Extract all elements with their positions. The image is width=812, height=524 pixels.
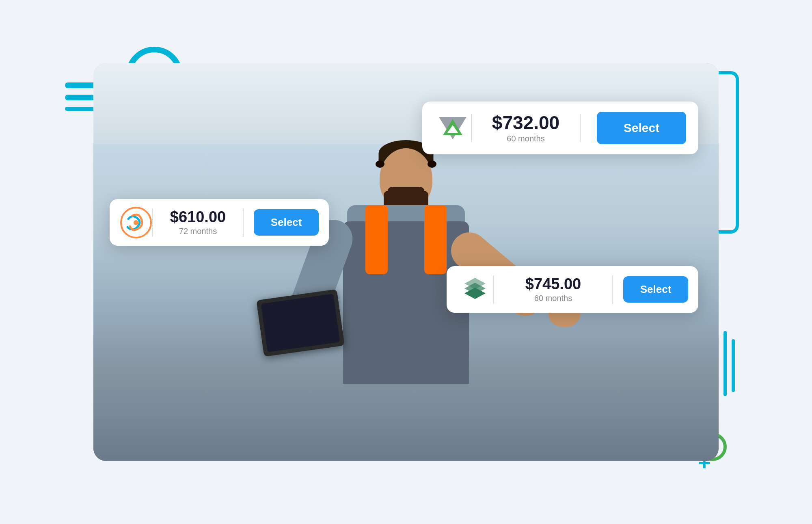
stack-logo-icon: [459, 274, 491, 305]
card-1-select-button[interactable]: Select: [597, 112, 686, 144]
pricing-card-3: $745.00 60 months Select: [447, 266, 698, 313]
pricing-card-2: $610.00 72 months Select: [110, 199, 329, 246]
card-2-price-section: $610.00 72 months: [153, 209, 243, 236]
card-2-term: 72 months: [161, 227, 235, 236]
deco-line-v2-icon: [732, 339, 735, 392]
pricing-card-1: $732.00 60 months Select: [422, 102, 698, 154]
stack-logo-container: [457, 271, 493, 308]
svg-point-4: [134, 220, 138, 225]
card-3-price: $745.00: [502, 276, 604, 293]
main-scene: +: [61, 39, 751, 485]
card-1-term: 60 months: [480, 134, 572, 143]
card-1-price: $732.00: [480, 113, 572, 133]
v-logo-container: [434, 110, 471, 146]
swirl-logo-container: [120, 206, 152, 239]
divider-2b: [243, 208, 244, 237]
v-logo-icon: [436, 111, 470, 145]
card-2-price: $610.00: [161, 209, 235, 226]
deco-line-v1-icon: [723, 331, 727, 396]
divider-3b: [612, 275, 613, 304]
card-3-price-section: $745.00 60 months: [494, 276, 612, 303]
divider-1b: [580, 114, 581, 142]
card-3-term: 60 months: [502, 294, 604, 303]
swirl-logo-icon: [120, 207, 152, 238]
card-3-select-button[interactable]: Select: [623, 276, 688, 303]
deco-bracket-right-icon: [719, 71, 739, 234]
card-2-select-button[interactable]: Select: [254, 209, 319, 236]
card-1-price-section: $732.00 60 months: [472, 113, 580, 143]
